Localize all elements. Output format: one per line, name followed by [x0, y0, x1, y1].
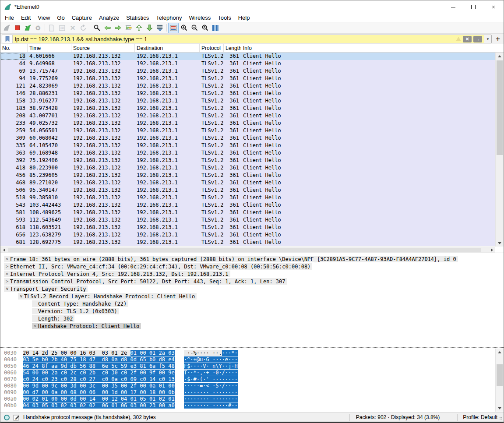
- restart-capture-icon[interactable]: [22, 23, 33, 33]
- menu-tools[interactable]: Tools: [214, 14, 234, 22]
- packet-row[interactable]: 449.649968192.168.213.132192.168.213.1TL…: [0, 60, 495, 67]
- expander-open-icon[interactable]: >: [4, 286, 10, 292]
- hex-row[interactable]: 009000 d7 00 0a 00 08 00 06 00 1d 00 17 …: [4, 389, 504, 396]
- scroll-up-arrow[interactable]: [496, 53, 504, 60]
- colorize-packets-icon[interactable]: [168, 23, 179, 33]
- menu-view[interactable]: View: [34, 14, 53, 22]
- expander-closed-icon[interactable]: >: [32, 323, 38, 329]
- close-button[interactable]: [483, 0, 504, 14]
- auto-scroll-icon[interactable]: [155, 23, 165, 33]
- packet-row[interactable]: 543103.442443192.168.213.132192.168.213.…: [0, 201, 495, 209]
- packet-row[interactable]: 51899.385810192.168.213.132192.168.213.1…: [0, 194, 495, 201]
- hex-row[interactable]: 008000 9d 00 9c 00 3d 00 3c 00 35 00 2f …: [4, 383, 504, 389]
- menu-capture[interactable]: Capture: [68, 14, 95, 22]
- column-header-time[interactable]: Time: [28, 44, 71, 52]
- menu-analyze[interactable]: Analyze: [95, 14, 123, 22]
- column-header-no[interactable]: No.: [0, 44, 28, 52]
- packet-row[interactable]: 25954.056501192.168.213.132192.168.213.1…: [0, 127, 495, 134]
- packet-row[interactable]: 36369.168948192.168.213.132192.168.213.1…: [0, 149, 495, 157]
- go-last-packet-icon[interactable]: [144, 23, 155, 33]
- scroll-left-arrow[interactable]: [0, 247, 7, 253]
- packet-row[interactable]: 581108.489625192.168.213.132192.168.213.…: [0, 209, 495, 216]
- packet-list-vertical-scrollbar[interactable]: [495, 53, 504, 247]
- display-filter-field[interactable]: ip.dst == 192.168.213.1 && ssl.handshake…: [2, 35, 492, 43]
- detail-row[interactable]: >TLSv1.2 Record Layer: Handshake Protoco…: [0, 293, 504, 300]
- packet-row[interactable]: 681128.692775192.168.213.132192.168.213.…: [0, 239, 495, 246]
- scroll-up-arrow[interactable]: [496, 349, 504, 356]
- hex-row[interactable]: 006054 00 00 2a c0 2c c0 2b c0 30 c0 2f …: [4, 370, 504, 376]
- go-to-packet-icon[interactable]: [123, 23, 134, 33]
- packet-row[interactable]: 30960.068042192.168.213.132192.168.213.1…: [0, 134, 495, 142]
- display-filter-input[interactable]: ip.dst == 192.168.213.1 && ssl.handshake…: [13, 35, 456, 43]
- packet-row[interactable]: 23349.025732192.168.213.132192.168.213.1…: [0, 120, 495, 127]
- detail-row[interactable]: >Ethernet II, Src: VMware_c4:cf:34 (00:0…: [0, 263, 504, 271]
- hex-row[interactable]: 00b004 03 05 03 02 03 02 02 06 01 06 03 …: [4, 402, 504, 409]
- column-header-length[interactable]: Length: [224, 44, 241, 52]
- packet-row[interactable]: 39275.192406192.168.213.132192.168.213.1…: [0, 157, 495, 164]
- column-header-info[interactable]: Info: [241, 44, 504, 52]
- maximize-button[interactable]: [463, 0, 483, 14]
- detail-row[interactable]: >Version: TLS 1.2 (0x0303): [0, 308, 504, 315]
- packet-row[interactable]: 45685.239605192.168.213.132192.168.213.1…: [0, 172, 495, 179]
- detail-row[interactable]: >Transmission Control Protocol, Src Port…: [0, 278, 504, 286]
- expander-open-icon[interactable]: >: [18, 293, 24, 300]
- expander-closed-icon[interactable]: >: [4, 271, 10, 277]
- bytes-vertical-scrollbar[interactable]: [495, 349, 504, 412]
- expander-closed-icon[interactable]: >: [4, 278, 10, 284]
- resize-grip[interactable]: [499, 416, 503, 420]
- packet-row[interactable]: 656123.638279192.168.213.132192.168.213.…: [0, 231, 495, 239]
- capture-comment-icon[interactable]: [13, 414, 20, 421]
- go-back-icon[interactable]: [102, 23, 113, 33]
- expert-info-icon[interactable]: [4, 415, 10, 420]
- scrollbar-thumb[interactable]: [497, 364, 503, 386]
- stop-capture-icon[interactable]: [12, 23, 22, 33]
- packet-list-horizontal-scrollbar[interactable]: [0, 247, 495, 253]
- menu-help[interactable]: Help: [235, 14, 254, 22]
- scroll-right-arrow[interactable]: [488, 247, 495, 253]
- menu-statistics[interactable]: Statistics: [123, 14, 152, 22]
- packet-row[interactable]: 33564.105470192.168.213.132192.168.213.1…: [0, 142, 495, 149]
- packet-row[interactable]: 12124.823069192.168.213.132192.168.213.1…: [0, 82, 495, 90]
- column-header-protocol[interactable]: Protocol: [200, 44, 224, 52]
- detail-row[interactable]: >Length: 302: [0, 315, 504, 323]
- detail-row[interactable]: >Content Type: Handshake (22): [0, 300, 504, 308]
- detail-row[interactable]: >Transport Layer Security: [0, 286, 504, 293]
- detail-row[interactable]: >Internet Protocol Version 4, Src: 192.1…: [0, 271, 504, 278]
- scroll-down-arrow[interactable]: [496, 240, 504, 247]
- expander-closed-icon[interactable]: >: [4, 256, 10, 262]
- zoom-out-icon[interactable]: [189, 23, 200, 33]
- expander-closed-icon[interactable]: >: [4, 264, 10, 269]
- packet-row[interactable]: 593112.543649192.168.213.132192.168.213.…: [0, 216, 495, 224]
- hex-row[interactable]: 005046 24 8f aa 9d db 56 88 6e 5c 59 e3 …: [4, 363, 504, 370]
- packet-row[interactable]: 6913.715747192.168.213.132192.168.213.1T…: [0, 67, 495, 75]
- go-first-packet-icon[interactable]: [134, 23, 144, 33]
- detail-row[interactable]: >Frame 18: 361 bytes on wire (2888 bits)…: [0, 256, 504, 263]
- profile-label[interactable]: Profile: Default: [458, 414, 504, 420]
- zoom-in-icon[interactable]: [179, 23, 189, 33]
- hex-row[interactable]: 0070c0 24 c0 23 c0 28 c0 27 c0 0a c0 09 …: [4, 376, 504, 383]
- packet-row[interactable]: 41880.223900192.168.213.132192.168.213.1…: [0, 164, 495, 172]
- scrollbar-thumb[interactable]: [8, 248, 481, 252]
- find-packet-icon[interactable]: [92, 23, 102, 33]
- menu-file[interactable]: File: [1, 14, 18, 22]
- filter-dropdown-button[interactable]: ▾: [484, 35, 491, 43]
- hex-row[interactable]: 003020 14 2d 25 00 00 16 03 03 01 2e 01 …: [4, 350, 504, 356]
- menu-go[interactable]: Go: [53, 14, 68, 22]
- packet-row[interactable]: 50695.340147192.168.213.132192.168.213.1…: [0, 187, 495, 194]
- packet-list-header[interactable]: No.TimeSourceDestinationProtocolLengthIn…: [0, 44, 504, 53]
- scroll-down-arrow[interactable]: [496, 405, 504, 412]
- hex-row[interactable]: 004003 5e b0 2b 40 75 18 47 d8 0a d8 0d …: [4, 356, 504, 363]
- packet-row[interactable]: 15833.916277192.168.213.132192.168.213.1…: [0, 97, 495, 105]
- packet-row[interactable]: 9419.775269192.168.213.132192.168.213.1T…: [0, 75, 495, 82]
- filter-bookmark-button[interactable]: [2, 35, 13, 43]
- zoom-original-icon[interactable]: [200, 23, 210, 33]
- filter-clear-button[interactable]: ✕: [463, 36, 472, 42]
- menu-telephony[interactable]: Telephony: [152, 14, 185, 22]
- hex-row[interactable]: 00a000 02 01 00 00 0d 00 14 00 12 04 01 …: [4, 396, 504, 402]
- detail-row[interactable]: >Handshake Protocol: Client Hello: [0, 323, 504, 330]
- minimize-button[interactable]: [443, 0, 463, 14]
- packet-row[interactable]: 46889.271020192.168.213.132192.168.213.1…: [0, 179, 495, 187]
- packet-row[interactable]: 14628.886231192.168.213.132192.168.213.1…: [0, 90, 495, 97]
- filter-apply-button[interactable]: →: [473, 36, 482, 42]
- packet-row[interactable]: 20843.007701192.168.213.132192.168.213.1…: [0, 112, 495, 120]
